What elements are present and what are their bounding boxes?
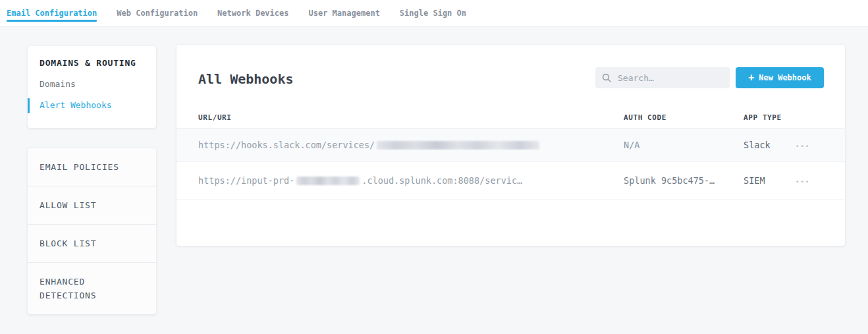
column-header-app-type: APP TYPE bbox=[744, 113, 794, 122]
sidebar-item-email-policies[interactable]: EMAIL POLICIES bbox=[28, 148, 156, 186]
tab-web-configuration[interactable]: Web Configuration bbox=[117, 0, 198, 26]
top-nav: Email Configuration Web Configuration Ne… bbox=[0, 0, 868, 27]
row-actions-button[interactable]: ••• bbox=[794, 176, 811, 188]
sidebar-item-enhanced-detections[interactable]: ENHANCED DETECTIONS bbox=[28, 262, 156, 314]
plus-icon: + bbox=[748, 73, 754, 83]
redacted-url-segment bbox=[377, 141, 539, 150]
cell-auth-code: Splunk 9c5bc475-… bbox=[624, 175, 744, 186]
sidebar-sections-card: EMAIL POLICIES ALLOW LIST BLOCK LIST ENH… bbox=[28, 148, 156, 314]
cell-url: https://input-prd-.cloud.splunk.com:8088… bbox=[176, 175, 624, 186]
tab-single-sign-on[interactable]: Single Sign On bbox=[400, 0, 466, 26]
cell-url: https://hooks.slack.com/services/ bbox=[176, 140, 624, 150]
table-body: https://hooks.slack.com/services/ N/A Sl… bbox=[176, 128, 845, 200]
table-row: https://hooks.slack.com/services/ N/A Sl… bbox=[176, 128, 845, 161]
page-title: All Webhooks bbox=[198, 71, 294, 87]
sidebar-item-alert-webhooks[interactable]: Alert Webhooks bbox=[40, 100, 144, 110]
tab-user-management[interactable]: User Management bbox=[308, 0, 379, 26]
app-window: Email Configuration Web Configuration Ne… bbox=[0, 0, 868, 334]
search-input[interactable] bbox=[616, 72, 723, 84]
url-text: https://hooks.slack.com/services/ bbox=[198, 140, 375, 150]
new-webhook-button[interactable]: + New Webhook bbox=[736, 67, 824, 88]
sidebar-routing-card: DOMAINS & ROUTING Domains Alert Webhooks bbox=[28, 46, 156, 128]
sidebar-item-label: Alert Webhooks bbox=[40, 100, 112, 110]
redacted-url-segment bbox=[296, 177, 360, 185]
table-row: https://input-prd-.cloud.splunk.com:8088… bbox=[176, 161, 845, 200]
column-header-url: URL/URI bbox=[176, 113, 624, 122]
tab-email-configuration[interactable]: Email Configuration bbox=[7, 0, 97, 26]
sidebar-routing-heading: DOMAINS & ROUTING bbox=[40, 58, 144, 68]
webhooks-panel: All Webhooks + New Webhook URL/URI AUTH … bbox=[176, 45, 845, 246]
search-icon bbox=[602, 73, 611, 82]
search-box bbox=[595, 67, 730, 88]
tab-network-devices[interactable]: Network Devices bbox=[217, 0, 288, 26]
sidebar-item-domains[interactable]: Domains bbox=[40, 79, 144, 89]
cell-app-type: SIEM bbox=[744, 175, 794, 186]
new-webhook-label: New Webhook bbox=[759, 73, 811, 82]
sidebar-item-block-list[interactable]: BLOCK LIST bbox=[28, 224, 156, 262]
row-actions-button[interactable]: ••• bbox=[794, 140, 811, 152]
cell-auth-code: N/A bbox=[624, 140, 744, 150]
active-indicator-bar bbox=[28, 98, 30, 113]
table-header-row: URL/URI AUTH CODE APP TYPE bbox=[176, 107, 845, 128]
url-text: https://input-prd- bbox=[198, 175, 294, 186]
column-header-auth-code: AUTH CODE bbox=[624, 113, 744, 122]
sidebar-item-allow-list[interactable]: ALLOW LIST bbox=[28, 186, 156, 224]
cell-app-type: Slack bbox=[744, 140, 794, 150]
url-text-suffix: .cloud.splunk.com:8088/servic… bbox=[362, 175, 522, 186]
